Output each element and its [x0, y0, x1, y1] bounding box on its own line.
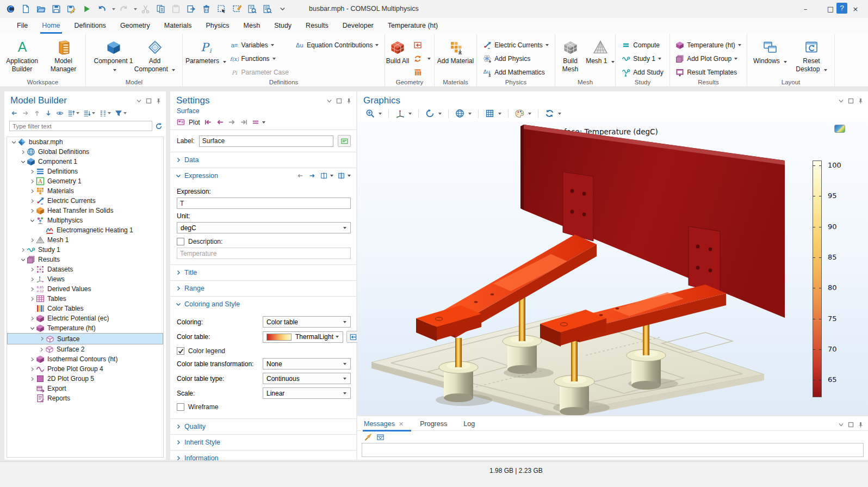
tree-chevron-open-icon[interactable] [20, 257, 27, 262]
first-plot-icon[interactable] [204, 118, 212, 126]
tree-item-isothermal-contours-ht-[interactable]: Isothermal Contours (ht) [7, 354, 163, 364]
help-button[interactable]: ? [836, 3, 847, 14]
tree-item-definitions[interactable]: Definitions [7, 167, 163, 176]
add-mathematics-button[interactable]: ΔuAdd Mathematics [480, 65, 552, 79]
tree-chevron-closed-icon[interactable] [29, 367, 36, 372]
ribbon-tab-temperature-ht-[interactable]: Temperature (ht) [381, 18, 445, 34]
replace-expression-icon[interactable] [338, 172, 351, 180]
reset-desktop-button[interactable]: Reset Desktop [791, 37, 832, 73]
tree-item-reports[interactable]: Reports [7, 393, 163, 403]
tree-item-2d-plot-group-5[interactable]: 2D Plot Group 5 [7, 374, 163, 384]
parameters-button[interactable]: Pi Parameters [185, 37, 227, 65]
ribbon-tab-developer[interactable]: Developer [336, 18, 381, 34]
find-icon[interactable] [245, 2, 259, 16]
ribbon-tab-definitions[interactable]: Definitions [67, 18, 113, 34]
panel-controls[interactable] [838, 98, 864, 104]
filter-icon[interactable] [114, 109, 128, 118]
section-coloring-and-style[interactable]: Coloring and Style [170, 297, 356, 312]
label-input[interactable] [199, 135, 333, 147]
close-tab-icon[interactable]: ✕ [399, 421, 404, 427]
color-table-type-select[interactable]: Continuous [263, 373, 351, 384]
previous-plot-icon[interactable] [216, 118, 224, 126]
redo-icon[interactable] [116, 2, 131, 16]
messages-tab-log[interactable]: Log [463, 417, 475, 431]
section-expression[interactable]: Expression [170, 168, 356, 183]
tree-item-study-1[interactable]: Study 1 [7, 245, 163, 255]
tree-item-views[interactable]: Views [7, 274, 163, 284]
mesh-1-button[interactable]: Mesh 1 [585, 37, 615, 65]
tree-chevron-open-icon[interactable] [20, 159, 27, 164]
rename-button[interactable] [338, 135, 351, 147]
tree-chevron-closed-icon[interactable] [29, 199, 36, 204]
tree-item-electromagnetic-heating-1[interactable]: Electromagnetic Heating 1 [7, 225, 163, 235]
ribbon-tab-materials[interactable]: Materials [157, 18, 199, 34]
color-table-select[interactable]: ThermalLight [263, 331, 343, 343]
tree-chevron-closed-icon[interactable] [29, 179, 36, 184]
unit-select[interactable]: degC [177, 222, 351, 233]
tree-chevron-closed-icon[interactable] [29, 297, 36, 301]
copy-icon[interactable] [153, 2, 168, 16]
go-back-icon[interactable] [9, 109, 19, 118]
panel-controls[interactable] [136, 98, 162, 104]
expression-input[interactable] [177, 198, 351, 209]
build-mesh-button[interactable]: Build Mesh [555, 37, 585, 73]
last-plot-icon[interactable] [240, 118, 248, 126]
rotate-tool-button[interactable] [424, 108, 443, 119]
wireframe-checkbox[interactable] [177, 403, 184, 411]
messages-tab-progress[interactable]: Progress [420, 417, 447, 431]
refresh-filter-icon[interactable] [155, 122, 163, 130]
result-templates-button[interactable]: Result Templates [672, 65, 745, 79]
tree-chevron-closed-icon[interactable] [29, 277, 36, 282]
default-view-tool-button[interactable] [394, 108, 413, 119]
build-all-button[interactable]: Build All [385, 37, 410, 65]
grid-tool-button[interactable] [483, 108, 503, 119]
redo-dropdown[interactable] [132, 2, 137, 16]
move-up-icon[interactable] [32, 109, 42, 118]
color-legend-checkbox[interactable] [177, 347, 184, 355]
collapse-panel-icon[interactable] [326, 98, 332, 104]
minimize-button[interactable]: – [793, 0, 818, 18]
cut-icon[interactable] [138, 2, 152, 16]
next-plot-icon[interactable] [228, 118, 236, 126]
color-table-transformation-select[interactable]: None [263, 358, 351, 369]
customize-toolbar-icon[interactable] [275, 2, 289, 16]
plot-button[interactable]: Plot [189, 119, 200, 126]
select-frame-icon[interactable] [214, 2, 228, 16]
tree-item-heat-transfer-in-solids[interactable]: Heat Transfer in Solids [7, 206, 163, 215]
move-down-icon[interactable] [44, 109, 53, 118]
ribbon-tab-results[interactable]: Results [299, 18, 336, 34]
ribbon-tab-geometry[interactable]: Geometry [113, 18, 157, 34]
description-checkbox[interactable] [177, 238, 184, 245]
add-material-button[interactable]: Add Material [435, 37, 476, 65]
rebuild-button[interactable] [410, 52, 434, 65]
panel-controls[interactable] [838, 422, 864, 428]
tree-filter-input[interactable] [9, 121, 152, 131]
undo-dropdown[interactable] [110, 2, 115, 16]
pin-panel-icon[interactable] [858, 422, 864, 428]
tree-chevron-closed-icon[interactable] [29, 357, 36, 362]
previous-expression-icon[interactable] [296, 172, 304, 180]
message-table-icon[interactable] [376, 433, 385, 441]
expand-all-icon[interactable] [66, 109, 80, 118]
collapse-panel-icon[interactable] [838, 98, 844, 104]
save-icon[interactable] [49, 2, 63, 16]
study-1-button[interactable]: Study 1 [618, 52, 666, 65]
messages-tab-messages[interactable]: Messages✕ [364, 417, 404, 431]
tree-item-component-1[interactable]: Component 1 [7, 157, 163, 167]
float-panel-icon[interactable] [146, 98, 152, 104]
tree-chevron-closed-icon[interactable] [20, 248, 27, 252]
tree-item-results[interactable]: Results [7, 255, 163, 264]
tree-item-materials[interactable]: Materials [7, 186, 163, 196]
color-appearance-tool-button[interactable] [513, 108, 533, 119]
go-forward-icon[interactable] [21, 109, 30, 118]
panel-controls[interactable] [326, 98, 352, 104]
add-study-button[interactable]: Add Study [618, 65, 666, 79]
tree-chevron-open-icon[interactable] [10, 140, 17, 145]
float-panel-icon[interactable] [848, 422, 854, 428]
section-inherit-style[interactable]: Inherit Style [170, 435, 356, 450]
collapse-all-icon[interactable] [82, 109, 96, 118]
tree-item-mesh-1[interactable]: Mesh 1 [7, 235, 163, 245]
run-icon[interactable] [79, 2, 94, 16]
tree-chevron-open-icon[interactable] [29, 218, 36, 223]
messages-output-area[interactable] [362, 443, 864, 457]
